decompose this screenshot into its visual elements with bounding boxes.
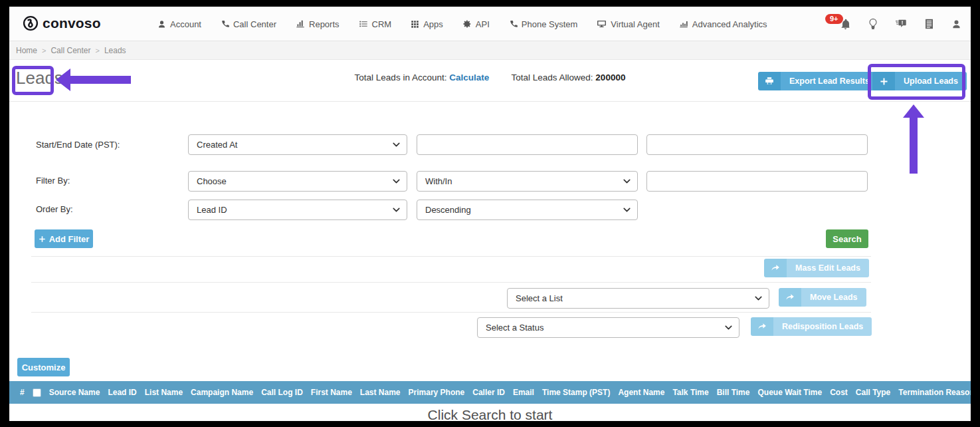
column-header[interactable]: Primary Phone (409, 388, 465, 397)
filter-value-input[interactable] (646, 171, 868, 192)
column-header[interactable]: Agent Name (618, 388, 664, 397)
breadcrumb-separator: > (95, 47, 99, 55)
menu-item-account[interactable]: Account (157, 19, 201, 29)
breadcrumb-separator: > (42, 47, 46, 55)
column-header[interactable]: Call Type (856, 388, 890, 397)
column-header-index[interactable]: # (20, 388, 25, 397)
breadcrumb-leads[interactable]: Leads (104, 46, 126, 55)
column-header[interactable]: Lead ID (108, 388, 136, 397)
total-allowed-value: 200000 (595, 72, 625, 82)
filter-by-select[interactable]: Choose (188, 171, 407, 192)
order-by-label: Order By: (36, 204, 73, 214)
total-in-account-label: Total Leads in Account: (355, 72, 447, 82)
total-allowed-label: Total Leads Allowed: (512, 72, 593, 82)
printer-icon (758, 72, 781, 90)
column-header[interactable]: Cost (830, 388, 848, 397)
within-select[interactable]: With/In (417, 171, 638, 192)
app-window: convoso Account Call Center Reports CRM … (9, 7, 971, 421)
column-header[interactable]: Campaign Name (191, 388, 253, 397)
date-range-label: Start/End Date (PST): (36, 140, 120, 150)
feedback-icon (895, 19, 907, 29)
select-a-list-select[interactable]: Select a List (507, 288, 769, 309)
menu-item-phone-system[interactable]: Phone System (509, 19, 578, 29)
brand-logo[interactable]: convoso (23, 15, 101, 31)
customize-button[interactable]: Customize (17, 358, 70, 376)
menu-item-advanced-analytics[interactable]: Advanced Analytics (679, 19, 767, 29)
chevron-down-icon (393, 179, 400, 184)
select-a-status-select[interactable]: Select a Status (477, 317, 739, 338)
end-date-input[interactable] (646, 134, 868, 155)
menu-item-crm[interactable]: CRM (359, 19, 392, 29)
move-leads-button[interactable]: Move Leads (779, 288, 866, 307)
column-header[interactable]: List Name (145, 388, 183, 397)
order-direction-select[interactable]: Descending (417, 200, 638, 220)
mass-edit-leads-button[interactable]: Mass Edit Leads (764, 259, 869, 277)
top-navbar: convoso Account Call Center Reports CRM … (9, 7, 971, 41)
hints-button[interactable] (869, 19, 877, 30)
empty-table-message: Click Search to start (9, 407, 971, 421)
plus-icon (39, 235, 46, 243)
gear-icon (462, 19, 472, 29)
filter-by-label: Filter By: (36, 176, 70, 186)
column-header[interactable]: Talk Time (672, 388, 708, 397)
chevron-down-icon (393, 208, 400, 213)
user-icon (157, 20, 166, 29)
column-header[interactable]: Source Name (49, 388, 100, 397)
column-header[interactable]: Queue Wait Time (757, 388, 822, 397)
column-header[interactable]: Call Log ID (261, 388, 303, 397)
column-header[interactable]: Time Stamp (PST) (542, 388, 610, 397)
phone-icon (509, 20, 518, 29)
chevron-down-icon (725, 325, 732, 331)
chevron-down-icon (623, 208, 631, 213)
convoso-knot-icon (23, 15, 39, 31)
leads-table-header: # Source Name Lead ID List Name Campaign… (9, 381, 971, 404)
menu-item-call-center[interactable]: Call Center (221, 19, 276, 29)
export-lead-results-button[interactable]: Export Lead Results (758, 72, 878, 90)
chevron-down-icon (623, 179, 631, 184)
breadcrumb-home[interactable]: Home (16, 46, 37, 55)
start-date-input[interactable] (417, 134, 638, 155)
phone-icon (221, 20, 229, 29)
column-header[interactable]: Last Name (360, 388, 401, 397)
forward-arrow-icon (751, 317, 773, 336)
upload-leads-button[interactable]: Upload Leads (872, 72, 967, 90)
calculate-link[interactable]: Calculate (449, 72, 489, 82)
menu-item-reports[interactable]: Reports (296, 19, 340, 29)
add-filter-button[interactable]: Add Filter (35, 229, 93, 248)
plus-icon (872, 72, 895, 90)
list-icon (359, 19, 368, 29)
search-button[interactable]: Search (826, 229, 868, 248)
menu-item-api[interactable]: API (462, 19, 490, 29)
order-by-select[interactable]: Lead ID (188, 200, 407, 220)
tasks-button[interactable] (925, 19, 933, 29)
column-header[interactable]: Caller ID (472, 388, 505, 397)
breadcrumb: Home > Call Center > Leads (9, 41, 971, 60)
user-icon (951, 19, 961, 29)
brand-name: convoso (43, 15, 101, 31)
bar-chart-icon (296, 19, 305, 29)
header-divider (9, 101, 971, 102)
main-menu: Account Call Center Reports CRM Apps API (157, 7, 767, 41)
tasks-icon (925, 19, 933, 29)
column-header[interactable]: Bill Time (717, 388, 750, 397)
date-type-select[interactable]: Created At (188, 134, 407, 155)
column-header[interactable]: Termination Reason (898, 388, 971, 397)
chevron-down-icon (755, 296, 762, 301)
feedback-button[interactable] (895, 19, 907, 29)
notifications-button[interactable]: 9+ (840, 19, 851, 30)
forward-arrow-icon (764, 259, 787, 277)
menu-item-apps[interactable]: Apps (411, 19, 443, 29)
column-header[interactable]: Email (513, 388, 534, 397)
row-divider (31, 256, 871, 257)
notification-badge: 9+ (825, 14, 843, 24)
profile-button[interactable] (951, 19, 961, 29)
column-header[interactable]: First Name (311, 388, 352, 397)
menu-item-virtual-agent[interactable]: Virtual Agent (597, 19, 659, 29)
redisposition-leads-button[interactable]: Redisposition Leads (751, 317, 872, 336)
navbar-tools: 9+ (840, 7, 961, 41)
breadcrumb-call-center[interactable]: Call Center (50, 46, 90, 55)
lightbulb-icon (869, 19, 877, 30)
row-divider (31, 312, 871, 313)
monitor-icon (597, 19, 607, 29)
select-all-checkbox[interactable] (33, 388, 41, 397)
